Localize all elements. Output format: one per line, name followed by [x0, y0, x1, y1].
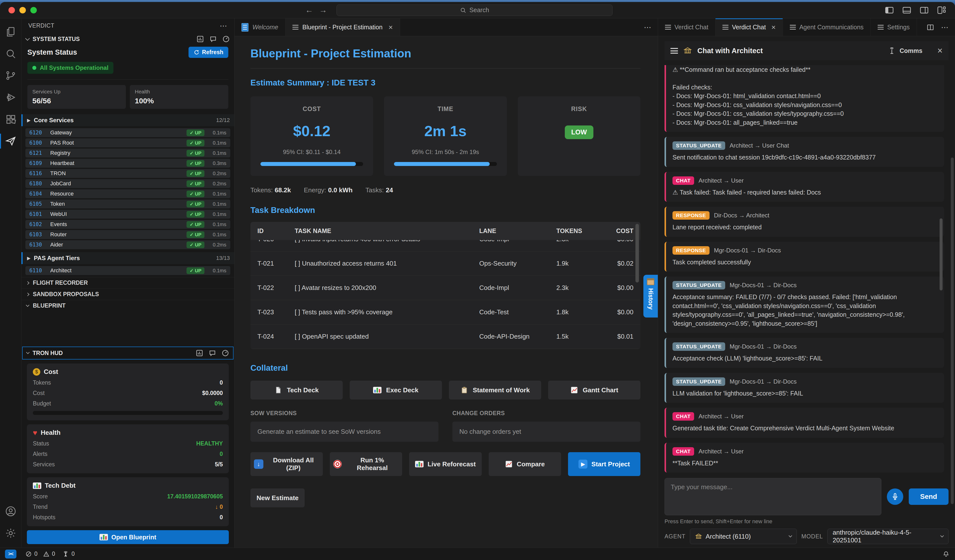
verdict-extension-icon[interactable]	[0, 130, 21, 152]
editor-more-actions-icon[interactable]: ⋯	[644, 23, 651, 31]
errors-warnings-indicator[interactable]: 0 0	[25, 551, 55, 557]
service-row[interactable]: 6116 TRON ✓ UP 0.2ms	[25, 169, 230, 178]
comment-icon[interactable]	[209, 349, 216, 357]
table-row[interactable]: T-020 [ ] Invalid input returns 400 with…	[250, 240, 640, 251]
tech-debt-card: Tech Debt Score 17.401591029870605 Trend…	[27, 477, 229, 526]
chat-message-list[interactable]: RESPONSE Dir-Docs → Architect Lane repor…	[665, 65, 944, 473]
compare-button[interactable]: Compare	[489, 452, 561, 476]
panel-scrollbar[interactable]	[951, 158, 954, 504]
task-cost: $0.01	[601, 333, 633, 340]
ports-indicator[interactable]: 0	[62, 551, 75, 557]
service-latency: 0.1ms	[204, 232, 226, 237]
service-row[interactable]: 6103 Router ✓ UP 0.1ms	[25, 230, 230, 239]
refresh-button[interactable]: Refresh	[188, 47, 228, 58]
flight-recorder-section-header[interactable]: FLIGHT RECORDER	[21, 277, 234, 289]
command-search-input[interactable]: Search	[337, 5, 612, 16]
message-scrollbar[interactable]	[939, 218, 942, 290]
tab-verdict-chat-1[interactable]: Verdict Chat	[658, 19, 715, 36]
settings-gear-icon[interactable]	[0, 522, 21, 544]
model-select[interactable]: anthropic/claude-haiku-4-5-20251001	[827, 529, 949, 544]
live-reforecast-button[interactable]: Live Reforecast	[409, 452, 481, 476]
history-flyout-tab[interactable]: History	[643, 275, 658, 318]
task-tokens: 2.3k	[556, 240, 601, 243]
welcome-book-icon	[241, 23, 249, 31]
remote-indicator[interactable]: ><	[0, 548, 21, 560]
system-status-section-header[interactable]: SYSTEM STATUS	[21, 33, 234, 45]
service-port: 6130	[29, 242, 49, 248]
task-table-body[interactable]: T-020 [ ] Invalid input returns 400 with…	[250, 240, 640, 349]
service-row[interactable]: 6180 JobCard ✓ UP 0.2ms	[25, 179, 230, 188]
sidebar-more-actions-icon[interactable]: ⋯	[220, 21, 227, 30]
service-row[interactable]: 6121 Registry ✓ UP 0.1ms	[25, 148, 230, 158]
menu-icon[interactable]	[670, 48, 678, 54]
source-control-icon[interactable]	[0, 65, 21, 86]
chat-message-input[interactable]	[665, 478, 881, 515]
tab-welcome[interactable]: Welcome	[235, 19, 285, 36]
tech-deck-button[interactable]: Tech Deck	[250, 381, 343, 399]
download-all-zip-button[interactable]: ↓ Download All (ZIP)	[250, 452, 323, 476]
search-sidebar-icon[interactable]	[0, 43, 21, 65]
table-row[interactable]: T-022 [ ] Avatar resizes to 200x200 Code…	[250, 276, 640, 300]
customize-layout-icon[interactable]	[936, 5, 947, 15]
toggle-primary-sidebar-icon[interactable]	[885, 5, 894, 15]
gauge-icon[interactable]	[222, 35, 230, 43]
run-debug-icon[interactable]	[0, 86, 21, 108]
comms-button[interactable]: Comms	[900, 47, 922, 55]
open-blueprint-button[interactable]: Open Blueprint	[27, 530, 229, 544]
tab-settings[interactable]: Settings	[871, 19, 917, 36]
exec-deck-button[interactable]: Exec Deck	[350, 381, 442, 399]
service-row[interactable]: 6109 Heartbeat ✓ UP 0.3ms	[25, 159, 230, 168]
minimize-window-button[interactable]	[19, 7, 26, 13]
split-editor-icon[interactable]	[926, 23, 935, 31]
start-project-button[interactable]: ▶ Start Project	[568, 452, 640, 476]
service-row[interactable]: 6130 Aider ✓ UP 0.2ms	[25, 240, 230, 249]
table-row[interactable]: T-021 [ ] Unauthorized access returns 40…	[250, 251, 640, 276]
forward-arrow-icon[interactable]: →	[316, 5, 330, 15]
zoom-window-button[interactable]	[30, 7, 37, 13]
message-type-badge: STATUS_UPDATE	[672, 281, 725, 289]
service-row[interactable]: 6101 WebUI ✓ UP 0.1ms	[25, 210, 230, 218]
voice-input-button[interactable]	[887, 488, 903, 505]
agent-select[interactable]: Architect (6110)	[690, 529, 797, 544]
close-window-button[interactable]	[8, 7, 15, 13]
tab-agent-communications[interactable]: Agent Communications	[783, 19, 871, 36]
accounts-icon[interactable]	[0, 501, 21, 522]
service-row[interactable]: 6102 Events ✓ UP 0.1ms	[25, 220, 230, 229]
service-row[interactable]: 6104 Resource ✓ UP 0.1ms	[25, 189, 230, 198]
service-row[interactable]: 6110 Architect ✓ UP 0.1ms	[25, 266, 230, 275]
new-estimate-button[interactable]: New Estimate	[250, 488, 305, 507]
tron-hud-section-header[interactable]: TRON HUD	[22, 346, 233, 359]
back-arrow-icon[interactable]: ←	[302, 5, 316, 15]
comment-icon[interactable]	[210, 35, 217, 43]
close-icon[interactable]: ×	[937, 45, 942, 56]
close-tab-icon[interactable]: ×	[388, 23, 393, 31]
send-button[interactable]: Send	[909, 488, 949, 505]
table-row[interactable]: T-023 [ ] Tests pass with >95% coverage …	[250, 300, 640, 324]
panel-more-actions-icon[interactable]: ⋯	[941, 23, 949, 31]
extensions-icon[interactable]	[0, 108, 21, 130]
blueprint-section-header[interactable]: BLUEPRINT	[21, 300, 234, 311]
bell-icon[interactable]	[942, 551, 950, 557]
gantt-chart-button[interactable]: Gantt Chart	[548, 381, 640, 399]
gauge-icon[interactable]	[222, 349, 229, 357]
core-services-group-header[interactable]: ▶ Core Services 12/12	[21, 114, 234, 126]
pas-agent-tiers-group-header[interactable]: ▶ PAS Agent Tiers 13/13	[21, 252, 234, 264]
tab-verdict-chat-2[interactable]: Verdict Chat ×	[715, 19, 783, 36]
tab-blueprint-project-estimation[interactable]: Blueprint - Project Estimation ×	[285, 19, 400, 36]
toggle-secondary-sidebar-icon[interactable]	[919, 5, 929, 15]
service-row[interactable]: 6100 PAS Root ✓ UP 0.1ms	[25, 138, 230, 147]
table-scrollbar[interactable]	[636, 224, 639, 282]
service-row[interactable]: 6105 Token ✓ UP 0.1ms	[25, 200, 230, 209]
activity-bar	[0, 19, 21, 548]
service-row[interactable]: 6120 Gateway ✓ UP 0.1ms	[25, 128, 230, 137]
run-1-percent-rehearsal-button[interactable]: Run 1% Rehearsal	[330, 452, 402, 476]
statement-of-work-button[interactable]: Statement of Work	[449, 381, 541, 399]
cost-value: $0.12	[260, 122, 363, 140]
table-row[interactable]: T-024 [ ] OpenAPI spec updated Code-API-…	[250, 324, 640, 349]
bar-chart-icon[interactable]	[196, 349, 203, 357]
close-tab-icon[interactable]: ×	[771, 23, 776, 31]
sandbox-proposals-section-header[interactable]: SANDBOX PROPOSALS	[21, 289, 234, 300]
explorer-icon[interactable]	[0, 21, 21, 43]
toggle-panel-icon[interactable]	[902, 5, 912, 15]
bar-chart-icon[interactable]	[196, 35, 204, 43]
